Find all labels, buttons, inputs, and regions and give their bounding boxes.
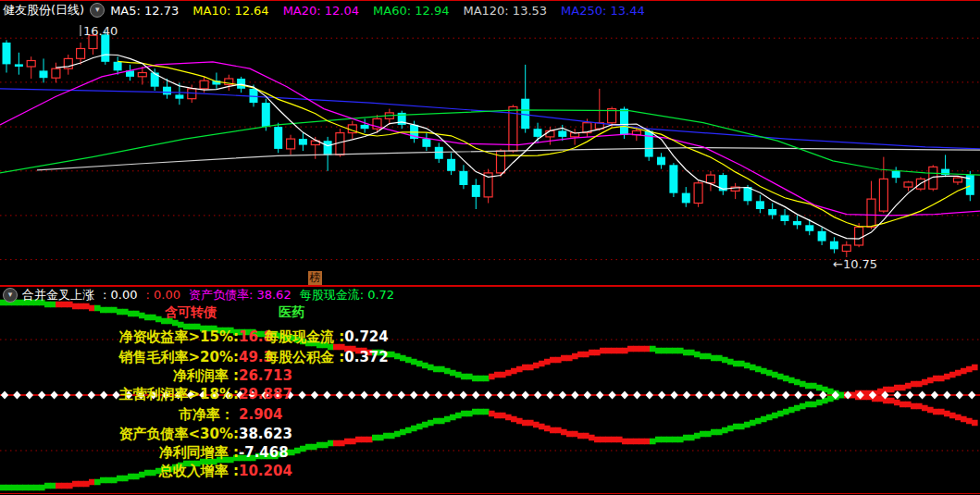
candle-body [892,171,900,178]
diamond-marker [484,391,491,400]
candle-body [237,79,245,89]
diamond-marker [509,391,516,400]
candle-body [361,125,369,129]
indicator-header: ▾ 合并金叉上涨 : 0.00 : 0.00 资产负债率: 38.62 每股现金… [0,288,980,302]
diamond-marker [720,391,727,400]
ma-item: MA120: 13.53 [463,4,547,18]
candle-body [138,73,146,77]
diamond-marker [50,391,57,400]
diamond-marker [199,391,206,400]
candle-body [435,147,443,159]
indicator-value-1: : 0.00 [103,288,137,302]
diamond-marker [323,391,330,400]
candle-body [274,127,282,149]
diamond-marker [336,391,343,400]
rank-tab[interactable]: 榜 [308,271,322,285]
candle-body [299,139,307,145]
diamond-marker [373,391,380,400]
candle-body [694,183,702,204]
diamond-marker [807,391,814,400]
candle-body [40,70,48,78]
diamond-marker [261,391,268,400]
candle-body [706,175,714,183]
candle-body [287,139,295,149]
stock-title: 健友股份(日线) [3,2,84,19]
candle-body [781,216,789,222]
stock-app-window: 16.40←10.75 健友股份(日线) ▾ MA5: 12.73MA10: 1… [0,0,980,495]
ma10-line [118,61,970,227]
diamond-marker [224,391,231,400]
diamond-marker [931,391,938,400]
diamond-marker [236,391,243,400]
main-chart-header: 健友股份(日线) ▾ MA5: 12.73MA10: 12.64MA20: 12… [0,2,980,19]
candle-body [422,139,430,147]
ma60-line [0,110,980,175]
indicator-value-2: : 0.00 [145,288,180,302]
diamond-marker [943,391,950,400]
diamond-marker [137,391,144,400]
diamond-marker [63,391,70,400]
candle-body [805,225,813,231]
diamond-marker [546,391,553,400]
diamond-marker [894,391,901,400]
candle-body [101,34,109,62]
indicator-chart[interactable] [0,286,980,495]
diamond-marker [249,391,256,400]
diamond-marker [410,391,417,400]
candle-body [669,165,677,192]
candle-body [15,64,23,67]
cashflow-per-share-value: 每股现金流: 0.72 [300,287,394,303]
diamond-marker [472,391,479,400]
diamond-marker [187,391,194,400]
window-bottom-border [0,493,980,494]
diamond-marker [757,391,764,400]
candle-body [855,228,863,246]
diamond-marker [695,391,702,400]
diamond-marker [621,391,628,400]
diamond-marker [732,391,739,400]
chevron-down-icon[interactable]: ▾ [90,3,105,18]
ma-item: MA60: 12.94 [373,4,449,18]
diamond-marker [460,391,467,400]
diamond-marker [534,391,541,400]
diamond-marker [918,391,925,400]
low-price-annotation: ←10.75 [833,257,877,271]
diamond-marker [782,391,789,400]
candle-body [830,241,838,250]
candle-body [645,130,653,156]
diamond-marker [584,391,591,400]
candle-body [842,245,850,252]
candlestick-chart[interactable]: 16.40←10.75 [0,0,980,285]
candle-body [3,43,11,64]
ma-item: MA20: 12.04 [283,4,359,18]
chevron-down-icon[interactable]: ▾ [3,288,18,303]
candle-body [954,178,962,182]
candle-body [534,129,542,137]
high-price-annotation: 16.40 [83,24,118,38]
candle-body [879,179,887,211]
candle-body [336,133,344,155]
diamond-marker [100,391,107,400]
candle-body [657,157,665,166]
diamond-marker [13,391,20,400]
diamond-marker [298,391,305,400]
candle-body [175,94,183,98]
diamond-marker [658,391,665,400]
diamond-marker [274,391,281,400]
candle-body [200,80,208,89]
diamond-marker [497,391,504,400]
candle-body [904,182,912,187]
diamond-marker [708,391,715,400]
diamond-marker [75,391,82,400]
diamond-marker [608,391,615,400]
ma-item: MA250: 13.44 [561,4,645,18]
diamond-marker [162,391,169,400]
diamond-marker [348,391,355,400]
diamond-marker [311,391,318,400]
candle-body [682,193,690,204]
candle-body [818,231,826,241]
candle-body [497,151,505,173]
candle-body [77,49,85,59]
candle-body [521,99,529,130]
diamond-marker [125,391,132,400]
